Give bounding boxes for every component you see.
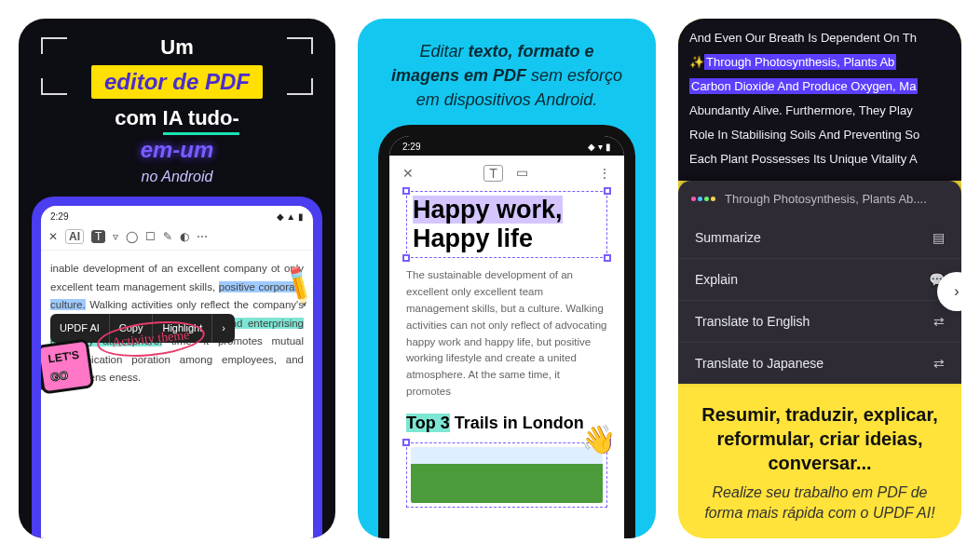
resize-handle[interactable] (402, 439, 410, 446)
editor-topbar: ✕ T ▭ ⋮ (389, 156, 624, 191)
toolbar-item[interactable]: ◯ (126, 230, 138, 243)
translate-icon: ⇄ (933, 314, 945, 329)
headline-line1: Um (35, 35, 319, 60)
image-tool-icon[interactable]: ▭ (516, 165, 528, 182)
promo-bold: Resumir, traduzir, explicar, reformular,… (699, 402, 941, 475)
promo-card-3: And Even Our Breath Is Dependent On Th ✨… (678, 19, 961, 538)
text-line: Abundantly Alive. Furthermore, They Play (689, 99, 950, 123)
menu-explain[interactable]: Explain💬 (678, 258, 961, 300)
menu-translate-en[interactable]: Translate to English⇄ (678, 300, 961, 342)
text-line: ✨ Through Photosynthesis, Plants Ab (689, 50, 950, 75)
ai-logo-icon (691, 197, 715, 201)
headline-highlight: editor de PDF (91, 65, 263, 99)
dark-text-block: And Even Our Breath Is Dependent On Th ✨… (678, 19, 961, 181)
ai-actions-panel: Through Photosynthesis, Plants Ab.... Su… (678, 181, 961, 384)
toolbar-item[interactable]: ⋯ (197, 230, 208, 243)
menu-summarize[interactable]: Summarize▤ (678, 217, 961, 258)
document-body: Happy work, Happy life The sustainable d… (389, 191, 624, 508)
headline-sub: no Android (35, 169, 319, 185)
device-frame: 2:29 ◆ ▾ ▮ ✕ T ▭ ⋮ Happy work, Happy lif… (378, 125, 635, 538)
toolbar-item[interactable]: ☐ (145, 230, 156, 243)
device-screen: 2:29 ◆ ▲ ▮ ✕ AI T ▿ ◯ ☐ ✎ ◐ ⋯ inable dev… (41, 206, 313, 538)
headline-underlined: IA tudo- (163, 106, 239, 135)
bracket-decor (287, 37, 313, 54)
promo-card-2: Editar texto, formato e imagens em PDF s… (358, 19, 656, 538)
resize-handle[interactable] (604, 254, 611, 262)
bracket-decor (41, 37, 67, 54)
text-line: Carbon Dioxide And Produce Oxygen, Ma (689, 75, 950, 99)
text-line: Each Plant Possesses Its Unique Vitality… (689, 147, 950, 171)
close-icon[interactable]: ✕ (48, 230, 58, 243)
toolbar-item[interactable]: T (91, 230, 105, 243)
panel-header: Through Photosynthesis, Plants Ab.... (678, 181, 961, 217)
promo-card-1: Um editor de PDF com IA tudo- em-um no A… (19, 19, 335, 538)
toolbar-item[interactable]: AI (65, 229, 84, 244)
editable-image[interactable]: 👋 (406, 442, 607, 508)
toolbar-item[interactable]: ▿ (113, 230, 118, 243)
status-time: 2:29 (402, 142, 420, 152)
toolbar-item[interactable]: ◐ (180, 230, 189, 243)
menu-translate-jp[interactable]: Translate to Japanese⇄ (678, 342, 961, 384)
headline-emum: em-um (35, 137, 319, 163)
card2-headline: Editar texto, formato e imagens em PDF s… (365, 39, 648, 125)
text-line: Role In Stabilising Soils And Preventing… (689, 123, 950, 147)
resize-handle[interactable] (402, 187, 410, 195)
promo-text: Resumir, traduzir, explicar, reformular,… (678, 384, 961, 523)
ai-selected-text[interactable]: Through Photosynthesis, Plants Ab (704, 54, 896, 70)
lets-go-sticker: LET'S GO (41, 338, 94, 394)
ai-menu: Summarize▤ Explain💬 Translate to English… (678, 217, 961, 384)
device-frame: 2:29 ◆ ▲ ▮ ✕ AI T ▿ ◯ ☐ ✎ ◐ ⋯ inable dev… (32, 197, 322, 538)
editable-heading[interactable]: Happy work, Happy life (406, 191, 607, 258)
status-icons: ◆ ▾ ▮ (588, 142, 611, 152)
toolbar-item[interactable]: ✎ (163, 230, 172, 243)
document-body: inable development of an excellent compa… (41, 251, 313, 387)
mountain-photo (411, 447, 603, 503)
paragraph-text: The sustainable development of an excell… (406, 267, 607, 401)
translate-icon: ⇄ (933, 356, 945, 371)
status-icons: ◆ ▲ ▮ (277, 211, 304, 222)
more-icon[interactable]: ⋮ (598, 166, 611, 181)
text-line: And Even Our Breath Is Dependent On Th (689, 26, 950, 50)
resize-handle[interactable] (402, 254, 410, 262)
editor-toolbar: ✕ AI T ▿ ◯ ☐ ✎ ◐ ⋯ (41, 224, 313, 251)
panel-title: Through Photosynthesis, Plants Ab.... (725, 192, 927, 206)
headline-line2: com IA tudo- (35, 106, 319, 135)
summarize-icon: ▤ (932, 230, 945, 245)
headline-highlight-wrap: editor de PDF (35, 65, 319, 106)
status-time: 2:29 (50, 211, 68, 222)
selected-text: Happy work, (413, 196, 563, 224)
subheading: Top 3 Trails in London (406, 414, 607, 433)
chevron-right-icon: › (954, 283, 959, 300)
status-bar: 2:29 ◆ ▲ ▮ (41, 206, 313, 224)
wand-icon: ✨ (689, 50, 704, 75)
text-tool-icon[interactable]: T (483, 165, 503, 182)
ai-selected-text[interactable]: Carbon Dioxide And Produce Oxygen, Ma (689, 78, 918, 94)
close-icon[interactable]: ✕ (402, 166, 414, 181)
status-bar: 2:29 ◆ ▾ ▮ (389, 136, 624, 156)
promo-italic: Realize seu trabalho em PDF de forma mai… (699, 482, 941, 523)
wave-emoji-icon: 👋 (581, 423, 616, 455)
popup-more[interactable]: › (212, 314, 235, 343)
resize-handle[interactable] (604, 187, 611, 195)
